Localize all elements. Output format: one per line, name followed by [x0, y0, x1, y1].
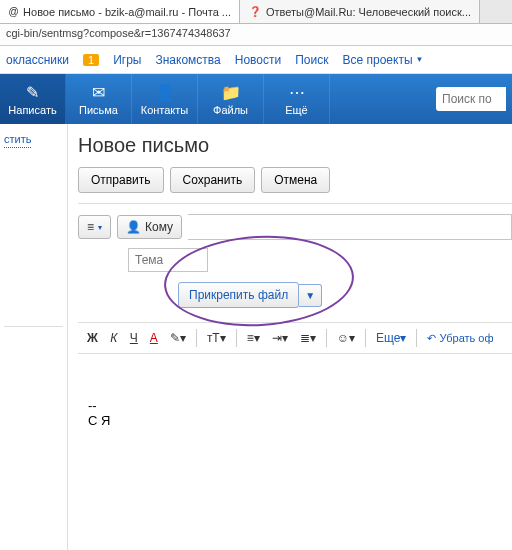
- files-button[interactable]: 📁 Файлы: [198, 74, 264, 124]
- folder-icon: 📁: [221, 83, 241, 102]
- search-input[interactable]: [436, 87, 506, 111]
- attach-file-button[interactable]: Прикрепить файл: [178, 282, 299, 308]
- format-more-button[interactable]: Еще▾: [371, 328, 411, 348]
- remove-format-button[interactable]: ↶ Убрать оф: [422, 329, 498, 348]
- subject-input[interactable]: [128, 248, 208, 272]
- toolbar-label: Письма: [79, 104, 118, 116]
- message-body[interactable]: -- С Я: [78, 354, 512, 534]
- page-title: Новое письмо: [78, 134, 512, 157]
- separator: [236, 329, 237, 347]
- align-button[interactable]: ≡▾: [242, 328, 265, 348]
- chevron-down-icon: ▼: [416, 55, 424, 64]
- to-input[interactable]: [188, 214, 512, 240]
- cancel-button[interactable]: Отмена: [261, 167, 330, 193]
- nav-search[interactable]: Поиск: [295, 53, 328, 67]
- priority-dropdown[interactable]: ≡ ▾: [78, 215, 111, 239]
- bold-button[interactable]: Ж: [82, 328, 103, 348]
- separator: [416, 329, 417, 347]
- signature-name: С Я: [88, 413, 502, 428]
- toolbar-label: Контакты: [141, 104, 189, 116]
- browser-tab[interactable]: ❓ Ответы@Mail.Ru: Человеческий поиск...: [240, 0, 480, 23]
- person-icon: 👤: [155, 83, 175, 102]
- browser-tabs: @ Новое письмо - bzik-a@mail.ru - Почта …: [0, 0, 512, 24]
- toolbar-label: Написать: [8, 104, 56, 116]
- to-row: ≡ ▾ 👤 Кому: [78, 214, 512, 240]
- nav-odnoklassniki[interactable]: оклассники: [6, 53, 69, 67]
- more-button[interactable]: ⋯ Ещё: [264, 74, 330, 124]
- list-button[interactable]: ≣▾: [295, 328, 321, 348]
- person-icon: 👤: [126, 220, 141, 234]
- tab-title: Новое письмо - bzik-a@mail.ru - Почта ..…: [23, 6, 231, 18]
- answers-favicon: ❓: [248, 5, 262, 19]
- text-color-button[interactable]: А: [145, 328, 163, 348]
- separator: [196, 329, 197, 347]
- emoji-button[interactable]: ☺▾: [332, 328, 360, 348]
- sidebar: стить: [0, 124, 68, 550]
- top-nav: оклассники 1 Игры Знакомства Новости Пои…: [0, 46, 512, 74]
- mail-toolbar: ✎ Написать ✉ Письма 👤 Контакты 📁 Файлы ⋯…: [0, 74, 512, 124]
- compose-area: Новое письмо Отправить Сохранить Отмена …: [68, 124, 512, 550]
- indent-button[interactable]: ⇥▾: [267, 328, 293, 348]
- separator: [326, 329, 327, 347]
- to-label: Кому: [145, 220, 173, 234]
- contacts-button[interactable]: 👤 Контакты: [132, 74, 198, 124]
- sidebar-clear-link[interactable]: стить: [4, 131, 31, 148]
- attach-dropdown[interactable]: ▼: [299, 284, 322, 307]
- signature-line: --: [88, 398, 502, 413]
- highlight-button[interactable]: ✎▾: [165, 328, 191, 348]
- sidebar-separator: [4, 326, 63, 327]
- nav-all-projects[interactable]: Все проекты ▼: [342, 53, 423, 67]
- separator: [365, 329, 366, 347]
- attach-row: Прикрепить файл▼: [178, 282, 512, 308]
- to-button[interactable]: 👤 Кому: [117, 215, 182, 239]
- chevron-down-icon: ▾: [98, 223, 102, 232]
- format-toolbar: Ж К Ч А ✎▾ тТ▾ ≡▾ ⇥▾ ≣▾ ☺▾ Еще▾ ↶ Убрать…: [78, 322, 512, 354]
- nav-badge: 1: [83, 54, 99, 66]
- envelope-icon: ✉: [92, 83, 105, 102]
- nav-projects-label: Все проекты: [342, 53, 412, 67]
- annotation-circle: [162, 231, 356, 331]
- underline-button[interactable]: Ч: [125, 328, 143, 348]
- toolbar-label: Ещё: [285, 104, 308, 116]
- dots-icon: ⋯: [289, 83, 305, 102]
- pencil-icon: ✎: [26, 83, 39, 102]
- nav-news[interactable]: Новости: [235, 53, 281, 67]
- font-size-button[interactable]: тТ▾: [202, 328, 231, 348]
- search-container: [430, 74, 512, 124]
- browser-tab-active[interactable]: @ Новое письмо - bzik-a@mail.ru - Почта …: [0, 0, 240, 23]
- italic-button[interactable]: К: [105, 328, 123, 348]
- compose-button[interactable]: ✎ Написать: [0, 74, 66, 124]
- compose-actions: Отправить Сохранить Отмена: [78, 167, 512, 204]
- tab-title: Ответы@Mail.Ru: Человеческий поиск...: [266, 6, 471, 18]
- toolbar-label: Файлы: [213, 104, 248, 116]
- address-bar[interactable]: cgi-bin/sentmsg?compose&r=1367474348637: [0, 24, 512, 46]
- mail-favicon: @: [8, 5, 19, 19]
- save-button[interactable]: Сохранить: [170, 167, 256, 193]
- inbox-button[interactable]: ✉ Письма: [66, 74, 132, 124]
- nav-dating[interactable]: Знакомства: [155, 53, 220, 67]
- nav-games[interactable]: Игры: [113, 53, 141, 67]
- send-button[interactable]: Отправить: [78, 167, 164, 193]
